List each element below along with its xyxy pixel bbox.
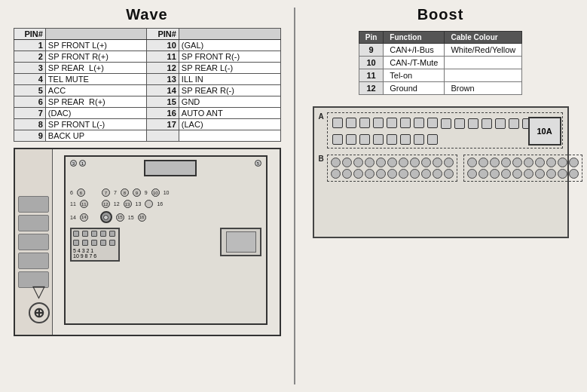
boost-bottom-left-grid	[327, 155, 457, 182]
boost-bottom-right-grid	[463, 155, 582, 182]
boost-panel: Boost Pin Function Cable Colour 9 CAN+/I…	[295, 0, 585, 392]
right-sub-box	[226, 231, 256, 253]
table-row: 6 SP REAR R(+) 15 GND	[14, 96, 280, 108]
boost-table-row: 11 Tel-on	[359, 69, 522, 82]
boost-table-row: 12 Ground Brown	[359, 82, 522, 95]
top-dots-left: 3 1	[70, 160, 86, 167]
wave-panel: Wave PIN# PIN# 1 SP FRONT L(+) 10 (GAL) …	[0, 0, 294, 392]
pin-dot-1: 3	[70, 160, 77, 167]
boost-table-row: 9 CAN+/I-Bus White/Red/Yellow	[359, 44, 522, 57]
pin-dot-3: 5	[255, 160, 261, 167]
pin-row-1: 6 6 7 7 8 9 9 10 10	[70, 188, 261, 197]
table-row: 5 ACC 14 SP REAR R(-)	[14, 85, 280, 96]
pin-grid: 6 6 7 7 8 9 9 10 10 11 11	[66, 187, 266, 225]
boost-pin-table: Pin Function Cable Colour 9 CAN+/I-Bus W…	[359, 31, 523, 95]
section-a-label: A	[319, 112, 324, 121]
connector-bottom-area: 5 4 3 2 1 10 9 8 7 6	[66, 225, 266, 265]
connector-main-area: 3 1 5 6 6 7 7 8 9 9	[53, 149, 280, 335]
table-row: 2 SP FRONT R(+) 11 SP FRONT R(-)	[14, 51, 280, 63]
sub-connector-right	[220, 228, 261, 256]
connector-top-row: 3 1 5	[66, 157, 266, 187]
table-row: 3 SP REAR L(+) 12 SP REAR L(-)	[14, 63, 280, 74]
wave-title: Wave	[126, 6, 168, 23]
col-header-pin2: PIN#	[147, 29, 179, 40]
table-row: 1 SP FRONT L(+) 10 (GAL)	[14, 40, 280, 51]
boost-connector-diagram: A	[313, 106, 569, 238]
table-row: 4 TEL MUTE 13 ILL IN	[14, 74, 280, 85]
boost-table-row: 10 CAN-/T-Mute	[359, 57, 522, 69]
strip-4	[18, 253, 49, 269]
boost-col-colour: Cable Colour	[445, 32, 522, 44]
boost-section-b: B	[319, 155, 563, 182]
arrow-down-icon: ▽	[32, 283, 45, 300]
connector-left-strips: ▽ ⊕	[15, 149, 53, 335]
wave-connector-diagram: ▽ ⊕ 3 1 5 6 6	[14, 148, 281, 336]
table-row: 9 BACK UP	[14, 130, 280, 142]
boost-col-pin: Pin	[359, 32, 384, 44]
target-circle	[100, 211, 112, 223]
pin-row-2: 11 11 12 12 13 13 16	[70, 200, 261, 208]
col-header-pin1: PIN#	[14, 29, 45, 40]
sub-conn-grid	[73, 231, 117, 247]
table-row: 8 SP FRONT L(-) 17 (LAC)	[14, 119, 280, 130]
bottom-symbols: ▽ ⊕	[29, 283, 50, 323]
strip-3	[18, 234, 49, 250]
sub-connector-left: 5 4 3 2 1 10 9 8 7 6	[70, 228, 120, 262]
amp-box: 10A	[528, 117, 561, 145]
table-row: 7 (DAC) 16 AUTO ANT	[14, 108, 280, 119]
display-rectangle	[144, 160, 197, 176]
strip-2	[18, 215, 49, 231]
connector-inner-box: 3 1 5 6 6 7 7 8 9 9	[64, 155, 268, 325]
section-b-label: B	[319, 155, 324, 163]
col-header-func1	[45, 29, 147, 40]
boost-title: Boost	[417, 6, 464, 23]
wave-pin-table: PIN# PIN# 1 SP FRONT L(+) 10 (GAL) 2 SP …	[14, 28, 281, 142]
pin-dot-2: 1	[79, 160, 86, 167]
boost-section-a: A	[319, 112, 563, 149]
pin-row-3: 14 14 15 15 16	[70, 211, 261, 223]
plus-circle-icon: ⊕	[29, 302, 50, 323]
col-header-func2	[179, 29, 280, 40]
strip-1	[18, 196, 49, 213]
boost-col-function: Function	[384, 32, 445, 44]
